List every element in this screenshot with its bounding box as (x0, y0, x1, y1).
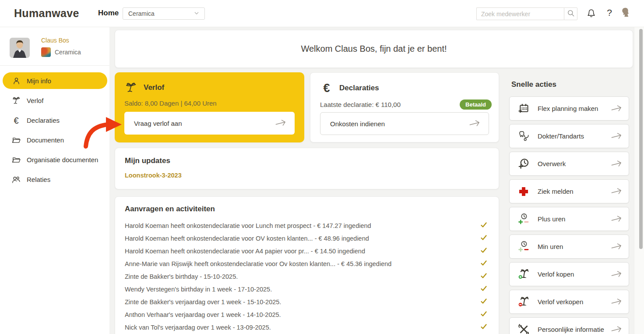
sidebar-item-documenten[interactable]: Documenten (0, 130, 109, 150)
arrow-right-icon (609, 268, 623, 280)
sidebar-item-declaraties[interactable]: € Declaraties (0, 110, 109, 130)
activity-row[interactable]: Harold Koeman heeft onkostendeclaratie v… (125, 245, 489, 257)
check-icon (480, 311, 487, 319)
activity-row[interactable]: Nick van Tol's verjaardag over 1 week - … (125, 321, 489, 334)
quick-action-label: Overwerk (530, 160, 610, 167)
quick-action-plus-uren[interactable]: Plus uren (509, 207, 629, 231)
sidebar-item-label: Verlof (27, 97, 43, 104)
company-logo (41, 47, 51, 57)
calendar-plus-icon (517, 102, 530, 115)
company-select[interactable]: Ceramica (123, 7, 205, 20)
palm-icon (124, 81, 137, 94)
quick-action-label: Plus uren (530, 215, 610, 223)
bell-icon (586, 8, 597, 21)
palm-sell-icon (517, 295, 530, 309)
activity-row[interactable]: Anthon Verhaar's verjaardag over 1 week … (125, 308, 489, 321)
page-scrollbar-thumb[interactable] (639, 29, 643, 249)
sidebar-item-organisatie-documenten[interactable]: Organisatie documenten (0, 150, 109, 170)
arrow-right-icon (609, 103, 623, 114)
status-badge: Betaald (460, 99, 492, 110)
welcome-message: Welkom Claus Bos, fijn dat je er bent! (301, 44, 447, 54)
tools-icon (517, 323, 530, 334)
activity-text: Zinte de Bakker's verjaardag over 1 week… (125, 298, 281, 306)
activity-text: Wendy Verstegen's birthday in 1 week - 1… (125, 286, 272, 293)
profile-block: Claus Bos Ceramica (0, 27, 109, 66)
folder-icon (11, 155, 21, 165)
activities-list: Harold Koeman heeft onkostendeclaratie v… (125, 219, 489, 334)
arrow-right-icon (609, 213, 623, 224)
people-icon (11, 175, 21, 185)
quick-action-verlof-verkopen[interactable]: Verlof verkopen (509, 290, 629, 314)
quick-action-label: Min uren (530, 243, 610, 250)
arrow-right-icon (609, 323, 623, 334)
verlof-saldo: Saldo: 8,00 Dagen | 64,00 Uren (115, 94, 304, 107)
arrow-right-icon (609, 241, 623, 252)
search-input[interactable] (476, 7, 564, 20)
quick-action-overwerk[interactable]: Overwerk (509, 152, 629, 176)
help-button[interactable]: ? (605, 7, 614, 18)
sidebar-item-verlof[interactable]: Verlof (0, 91, 109, 110)
nav-home-link[interactable]: Home (98, 9, 119, 18)
profile-company-label: Ceramica (55, 49, 81, 56)
check-icon (480, 260, 487, 268)
activity-row[interactable]: Harold Koeman heeft onkostendeclaratie v… (125, 232, 489, 245)
quick-action-label: Flex planning maken (530, 105, 610, 112)
activity-row[interactable]: Zinte de Bakker's verjaardag over 1 week… (125, 295, 489, 308)
chevron-down-icon (193, 10, 200, 18)
employee-search (476, 7, 577, 20)
sidebar-item-label: Mijn info (27, 77, 51, 85)
search-icon (567, 9, 575, 19)
euro-icon: € (320, 82, 333, 95)
quick-action-dokter-tandarts[interactable]: Dokter/Tandarts (509, 124, 629, 148)
loonstrook-link[interactable]: Loonstrook-3-2023 (125, 172, 182, 179)
activity-text: Anthon Verhaar's verjaardag over 1 week … (125, 311, 281, 318)
activity-row[interactable]: Zinte de Bakker's birthday - 15-10-2025. (125, 270, 489, 283)
check-icon (480, 285, 487, 293)
notifications-button[interactable] (585, 8, 597, 20)
palm-buy-icon (517, 268, 530, 281)
welcome-banner: Welkom Claus Bos, fijn dat je er bent! (115, 30, 633, 68)
arrow-right-icon (274, 117, 288, 129)
vraag-verlof-aan-label: Vraag verlof aan (134, 120, 274, 127)
check-icon (480, 235, 487, 242)
sidebar-item-mijn-info[interactable]: Mijn info (0, 71, 109, 91)
check-icon (480, 273, 487, 281)
check-icon (480, 323, 487, 331)
vraag-verlof-aan-button[interactable]: Vraag verlof aan (124, 112, 295, 135)
activities-card-title: Aanvragen en activiteiten (125, 205, 489, 213)
onkosten-indienen-button[interactable]: Onkosten indienen (320, 112, 489, 135)
sidebar-item-label: Declaraties (27, 117, 60, 124)
quick-action-verlof-kopen[interactable]: Verlof kopen (509, 262, 629, 286)
quick-action-min-uren[interactable]: Min uren (509, 235, 629, 259)
euro-icon: € (11, 116, 21, 125)
account-menu-button[interactable] (620, 7, 632, 19)
quick-action-ziek-melden[interactable]: Ziek melden (509, 179, 629, 203)
activity-text: Anne-Marie van Rijswijk heeft onkostende… (125, 260, 391, 267)
check-icon (480, 247, 487, 255)
person-icon (11, 76, 21, 86)
arrow-right-icon (609, 185, 623, 197)
sidebar-menu: Mijn info Verlof € Declaraties Documente… (0, 66, 109, 189)
sidebar-item-relaties[interactable]: Relaties (0, 170, 109, 189)
check-icon (480, 298, 487, 306)
search-button[interactable] (564, 7, 577, 20)
activity-row[interactable]: Anne-Marie van Rijswijk heeft onkostende… (125, 257, 489, 270)
activity-row[interactable]: Wendy Verstegen's birthday in 1 week - 1… (125, 283, 489, 295)
profile-photo[interactable] (10, 38, 30, 58)
profile-name[interactable]: Claus Bos (41, 37, 69, 44)
onkosten-indienen-label: Onkosten indienen (330, 120, 468, 128)
quick-action-flex-planning[interactable]: Flex planning maken (509, 96, 629, 121)
activity-text: Nick van Tol's verjaardag over 1 week - … (125, 324, 271, 331)
clock-plus-minus-icon (517, 213, 530, 226)
activity-row[interactable]: Harold Koeman heeft onkostendeclaratie v… (125, 219, 489, 232)
quick-action-persoonlijke-informatie[interactable]: Persoonlijke informatie (509, 317, 629, 334)
clock-plus-icon (517, 157, 530, 171)
clock-minus-plus-icon (517, 240, 530, 253)
profile-company: Ceramica (41, 47, 81, 57)
quick-action-label: Verlof kopen (530, 270, 610, 278)
check-icon (480, 222, 487, 230)
sidebar: Claus Bos Ceramica Mijn info Verlof € De… (0, 27, 109, 334)
top-navbar: Humanwave Home Ceramica ? (0, 0, 644, 27)
sidebar-item-label: Documenten (27, 136, 64, 144)
updates-card: Mijn updates Loonstrook-3-2023 (115, 148, 499, 189)
